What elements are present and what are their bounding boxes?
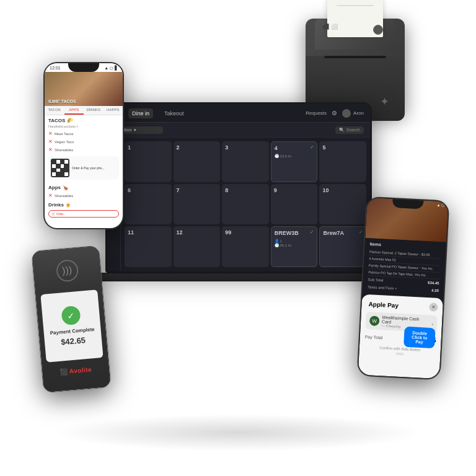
nfc-icon: ))) bbox=[55, 258, 79, 282]
close-icon[interactable]: ✕ bbox=[429, 302, 438, 312]
search-icon: 🔍 bbox=[339, 128, 345, 133]
x-icon: ✕ bbox=[48, 147, 53, 152]
tab-tacos[interactable]: TACOS bbox=[45, 106, 64, 115]
reader-brand-area: ⬛ Avolite bbox=[60, 366, 92, 375]
user-avatar bbox=[342, 109, 351, 118]
menu-item-label: Meat Tacos bbox=[55, 132, 74, 136]
pos-tabs[interactable]: Dine in Takeout bbox=[128, 108, 306, 118]
phone-nav-tabs[interactable]: TACOS APPS DRINKS HAPPS bbox=[45, 106, 123, 115]
subtotal-label: Sub Total bbox=[368, 278, 383, 282]
apple-pay-label: Apple Pay bbox=[368, 301, 399, 309]
table-info: 🕐 23.6 hr bbox=[275, 154, 291, 158]
payment-amount: $42.65 bbox=[61, 335, 86, 346]
payment-check-icon: ✓ bbox=[61, 306, 81, 326]
table-number: 9 bbox=[274, 187, 277, 193]
list-item: ✕Meat Tacos bbox=[45, 130, 123, 138]
printer-paper-slot bbox=[324, 56, 386, 58]
order-label: Orde... bbox=[56, 212, 66, 216]
table-number: 1 bbox=[128, 144, 131, 151]
table-row[interactable]: Brew7A ✓ bbox=[319, 226, 366, 267]
table-row[interactable]: 6 bbox=[125, 184, 172, 225]
check-icon: ✓ bbox=[310, 229, 314, 235]
table-row[interactable]: 1 bbox=[125, 141, 172, 182]
table-row[interactable]: 2 bbox=[174, 141, 221, 182]
pos-main: 1 2 3 4 ✓ 🕐 23.6 hr bbox=[107, 138, 370, 271]
table-row[interactable]: 8 bbox=[222, 184, 269, 225]
table-number: 99 bbox=[225, 229, 231, 236]
x-icon: ✕ bbox=[48, 131, 53, 136]
list-item: ✕Shareables bbox=[45, 146, 123, 154]
status-time: 12:01 bbox=[50, 66, 61, 71]
pay-total-row: Pay Total $48.75 Double Click to Pay bbox=[365, 333, 436, 344]
table-grid: 1 2 3 4 ✓ 🕐 23.6 hr bbox=[121, 138, 370, 271]
double-click-button[interactable]: Double Click to Pay bbox=[403, 327, 436, 349]
fees-value: 4.30 bbox=[431, 288, 439, 293]
table-row[interactable]: 4 ✓ 🕐 23.6 hr bbox=[271, 141, 318, 182]
table-number: BREW3B bbox=[275, 230, 299, 236]
order-badge[interactable]: 🛒 Orde... bbox=[48, 210, 119, 218]
x-icon: ✕ bbox=[48, 193, 53, 198]
tab-takeout[interactable]: Takeout bbox=[161, 108, 188, 118]
fees-label: Taxes and Fees + bbox=[368, 285, 397, 290]
table-row[interactable]: 7 bbox=[174, 184, 221, 225]
check-icon: ✓ bbox=[310, 144, 314, 150]
qr-section: Order & Pay your pho... bbox=[48, 156, 119, 180]
table-time: 🕐 23.6 hr bbox=[275, 154, 291, 158]
table-row[interactable]: 10 bbox=[319, 184, 366, 225]
table-number: 12 bbox=[177, 229, 183, 236]
table-guests: 👤 1 bbox=[275, 239, 291, 243]
table-time: 🕐 45.1 hr bbox=[275, 243, 291, 247]
chevron-right-icon: › bbox=[431, 321, 433, 327]
laptop-base bbox=[96, 273, 381, 281]
pos-toolbar: Section ▾ 🔍 Search bbox=[107, 123, 370, 138]
table-number: Brew7A bbox=[323, 230, 344, 236]
table-row[interactable]: 12 bbox=[174, 226, 221, 267]
menu-section-apps: Apps 🍗 bbox=[45, 182, 123, 192]
phone-right: ▲ ◻ Items Patricio Special, 2 Tapas Save… bbox=[357, 196, 450, 381]
phone-notch bbox=[68, 63, 99, 72]
list-item: ✕Vegan Taco bbox=[45, 138, 123, 146]
table-number: 3 bbox=[225, 144, 228, 151]
table-row[interactable]: BREW3B ✓ 👤 1 🕐 45.1 hr bbox=[271, 226, 318, 267]
x-icon: ✕ bbox=[48, 139, 53, 144]
table-row[interactable]: 3 bbox=[222, 141, 269, 182]
table-number: 2 bbox=[177, 144, 180, 151]
table-number: 5 bbox=[322, 144, 325, 151]
table-number: 4 bbox=[275, 145, 278, 151]
table-number: 10 bbox=[322, 187, 328, 193]
table-row[interactable]: 5 bbox=[319, 141, 366, 182]
subtotal-value: $34.45 bbox=[428, 281, 439, 285]
tab-dine-in[interactable]: Dine in bbox=[128, 108, 153, 118]
main-scene: ⬛ ⬜ ✦ ▲ Dine in Takeout bbox=[0, 0, 476, 476]
pos-header-right: Requests ⚙ Aron bbox=[306, 109, 364, 118]
laptop: ▲ Dine in Takeout Requests ⚙ Aron bbox=[105, 102, 372, 294]
menu-item-label: Vegan Taco bbox=[55, 140, 74, 144]
table-number: 8 bbox=[225, 187, 228, 193]
table-row[interactable]: 11 bbox=[125, 226, 172, 267]
table-info: 👤 1 🕐 45.1 hr bbox=[275, 239, 291, 247]
menu-item-label: Shareables bbox=[55, 148, 73, 152]
check-icon: ✓ bbox=[359, 229, 363, 235]
menu-section-drinks: Drinks 🍺 bbox=[45, 200, 123, 209]
phone-hero-image: ILWE' TACOS bbox=[45, 72, 123, 106]
table-row[interactable]: 99 bbox=[222, 226, 269, 267]
requests-label: Requests bbox=[306, 110, 327, 116]
tab-happs[interactable]: HAPPS bbox=[104, 106, 123, 115]
scene-shadow bbox=[52, 414, 424, 451]
status-icons-right: ▲ ◻ bbox=[436, 203, 444, 208]
card-reader: ))) ✓ Payment Complete $42.65 ⬛ Avolite bbox=[31, 245, 112, 394]
menu-section-subtitle: Handheld pockets f bbox=[45, 125, 123, 130]
payment-status-text: Payment Complete bbox=[50, 327, 95, 336]
search-box[interactable]: 🔍 Search bbox=[335, 126, 364, 134]
tab-apps[interactable]: APPS bbox=[64, 106, 84, 115]
table-number: 11 bbox=[128, 229, 134, 236]
pos-header: ▲ Dine in Takeout Requests ⚙ Aron bbox=[107, 104, 370, 123]
table-row[interactable]: 9 bbox=[271, 184, 318, 225]
user-name: Aron bbox=[353, 110, 364, 116]
printer-button bbox=[373, 25, 383, 35]
gear-icon[interactable]: ⚙ bbox=[332, 110, 337, 117]
status-icons: ▲ ◻ ▋ bbox=[104, 66, 118, 71]
pay-total-label: Pay Total bbox=[365, 334, 383, 339]
menu-item-label: Shareables bbox=[55, 194, 73, 198]
tab-drinks[interactable]: DRINKS bbox=[84, 106, 104, 115]
